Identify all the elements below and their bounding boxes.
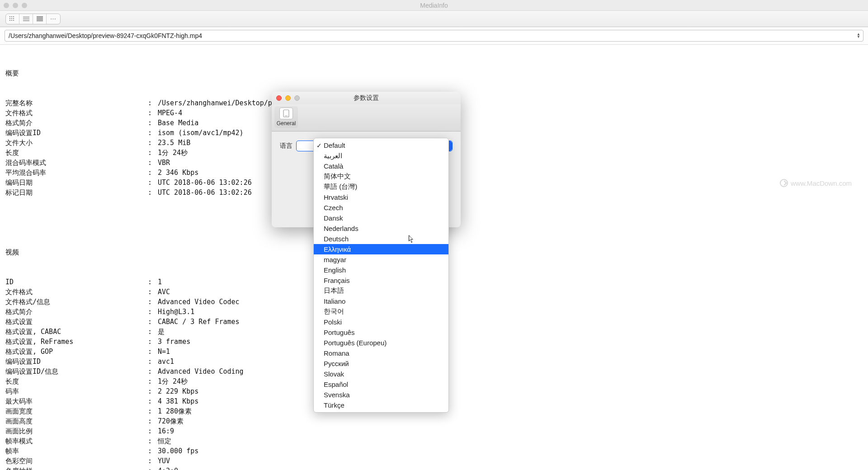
info-value: High@L3.1	[158, 307, 194, 317]
info-value: isom (isom/avc1/mp42)	[158, 128, 244, 138]
section-header-video: 视频	[5, 247, 148, 257]
language-option[interactable]: Polski	[314, 317, 448, 327]
info-label: 格式设置, GOP	[5, 347, 148, 357]
language-option[interactable]: Español	[314, 379, 448, 390]
info-value: 1	[158, 277, 162, 287]
info-label: 编码设置ID	[5, 357, 148, 367]
close-icon[interactable]	[276, 95, 282, 101]
prefs-tab-general[interactable]: General	[274, 106, 298, 128]
info-label: 帧率模式	[5, 436, 148, 446]
minimize-icon[interactable]	[13, 3, 18, 8]
file-path-combo[interactable]: /Users/zhanghanwei/Desktop/preview-89247…	[5, 30, 863, 42]
info-value: UTC 2018-06-06 13:02:26	[158, 188, 252, 197]
info-value: Base Media	[158, 118, 198, 128]
info-label: 画面高度	[5, 416, 148, 426]
language-label: 语言	[280, 142, 292, 150]
info-label: 码率	[5, 386, 148, 396]
language-option[interactable]: Deutsch	[314, 234, 448, 244]
info-value: 4 381 Kbps	[158, 396, 198, 406]
maximize-icon	[294, 95, 300, 101]
prefs-traffic-lights	[276, 95, 300, 101]
view-tree-button[interactable]	[33, 14, 47, 24]
prefs-titlebar: 参数设置	[272, 92, 461, 104]
info-value: 1 280像素	[158, 406, 192, 416]
watermark-icon	[780, 179, 788, 187]
prefs-toolbar: General	[272, 104, 461, 132]
maximize-icon[interactable]	[22, 3, 27, 8]
language-option[interactable]: Français	[314, 275, 448, 286]
info-value: CABAC / 3 Ref Frames	[158, 317, 240, 327]
svg-rect-8	[13, 20, 14, 21]
svg-rect-17	[285, 116, 288, 116]
language-option[interactable]: Czech	[314, 202, 448, 213]
info-value: MPEG-4	[158, 108, 182, 118]
language-dropdown[interactable]: DefaultالعربيةCatalà简体中文華語 (台灣)HrvatskiC…	[313, 138, 449, 413]
language-option[interactable]: 日本語	[314, 286, 448, 296]
info-label: 编码设置ID	[5, 128, 148, 138]
view-mode-group: ⋯	[5, 14, 61, 24]
file-path-text: /Users/zhanghanwei/Desktop/preview-89247…	[9, 32, 202, 39]
language-option[interactable]: Nederlands	[314, 223, 448, 234]
minimize-icon[interactable]	[285, 95, 291, 101]
language-option[interactable]: Italiano	[314, 296, 448, 306]
language-option[interactable]: Romana	[314, 348, 448, 358]
view-list-button[interactable]	[19, 14, 33, 24]
language-option[interactable]: magyar	[314, 254, 448, 265]
language-option[interactable]: Português	[314, 327, 448, 338]
info-value: VBR	[158, 158, 170, 168]
language-option[interactable]: 한국어	[314, 306, 448, 317]
language-option[interactable]: Svenska	[314, 390, 448, 400]
view-text-button[interactable]	[6, 14, 19, 24]
language-option[interactable]: العربية	[314, 150, 448, 161]
language-option[interactable]: 華語 (台灣)	[314, 182, 448, 192]
info-label: 帧率	[5, 446, 148, 456]
info-label: 格式简介	[5, 307, 148, 317]
info-label: 文件格式	[5, 287, 148, 297]
info-label: 编码日期	[5, 178, 148, 188]
info-label: 色彩空间	[5, 456, 148, 466]
path-row: /Users/zhanghanwei/Desktop/preview-89247…	[0, 27, 868, 45]
info-value: 3 frames	[158, 337, 190, 347]
info-label: 标记日期	[5, 188, 148, 197]
info-label: 长度	[5, 148, 148, 158]
language-option[interactable]: Português (Europeu)	[314, 338, 448, 348]
view-more-button[interactable]: ⋯	[47, 14, 60, 24]
section-header-general: 概要	[5, 68, 148, 78]
info-label: 完整名称	[5, 98, 148, 108]
info-label: 格式简介	[5, 118, 148, 128]
info-value: 是	[158, 327, 165, 337]
info-label: 编码设置ID/信息	[5, 367, 148, 376]
svg-rect-5	[11, 20, 12, 21]
window-titlebar: MediaInfo	[0, 0, 868, 11]
language-option[interactable]: Hrvatski	[314, 192, 448, 202]
language-option[interactable]: Türkçe	[314, 400, 448, 410]
close-icon[interactable]	[4, 3, 9, 8]
language-option[interactable]: 简体中文	[314, 171, 448, 182]
info-value: 4:2:0	[158, 466, 178, 470]
watermark-text: www.MacDown.com	[791, 179, 852, 187]
language-option[interactable]: Русский	[314, 358, 448, 369]
info-value: 23.5 MiB	[158, 138, 190, 148]
info-row: 画面比例: 16:9	[5, 426, 863, 436]
svg-rect-1	[9, 18, 10, 19]
svg-rect-3	[11, 16, 12, 17]
info-label: 格式设置	[5, 317, 148, 327]
language-option[interactable]: Slovak	[314, 369, 448, 379]
language-option[interactable]: Default	[314, 140, 448, 150]
svg-rect-10	[23, 19, 29, 19]
info-row: 帧率: 30.000 fps	[5, 446, 863, 456]
prefs-title: 参数设置	[354, 94, 379, 102]
general-icon	[279, 108, 293, 119]
language-option[interactable]: Ελληνικά	[314, 244, 448, 254]
info-label: 文件大小	[5, 138, 148, 148]
language-option[interactable]: Català	[314, 161, 448, 171]
info-value: 16:9	[158, 426, 174, 436]
language-option[interactable]: English	[314, 265, 448, 275]
svg-rect-14	[37, 19, 43, 20]
info-label: 格式设置, ReFrames	[5, 337, 148, 347]
info-value: 2 346 Kbps	[158, 168, 198, 178]
language-option[interactable]: Dansk	[314, 213, 448, 223]
svg-rect-6	[13, 16, 14, 17]
info-label: 平均混合码率	[5, 168, 148, 178]
info-label: 长度	[5, 376, 148, 386]
